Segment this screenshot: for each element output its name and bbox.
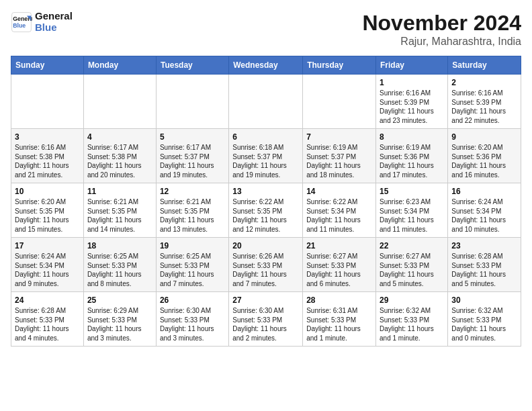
day-number: 6 bbox=[232, 132, 299, 142]
day-info: Sunrise: 6:19 AM Sunset: 5:37 PM Dayligh… bbox=[306, 143, 372, 179]
day-info: Sunrise: 6:20 AM Sunset: 5:35 PM Dayligh… bbox=[15, 197, 80, 234]
day-number: 25 bbox=[87, 295, 152, 305]
day-number: 13 bbox=[232, 187, 299, 196]
day-info: Sunrise: 6:30 AM Sunset: 5:33 PM Dayligh… bbox=[160, 306, 225, 342]
day-number: 12 bbox=[160, 187, 225, 196]
day-cell: 4Sunrise: 6:17 AM Sunset: 5:38 PM Daylig… bbox=[83, 129, 156, 183]
day-number: 18 bbox=[87, 241, 152, 250]
day-cell: 20Sunrise: 6:26 AM Sunset: 5:33 PM Dayli… bbox=[229, 238, 303, 292]
day-cell: 24Sunrise: 6:28 AM Sunset: 5:33 PM Dayli… bbox=[11, 292, 84, 347]
day-info: Sunrise: 6:20 AM Sunset: 5:36 PM Dayligh… bbox=[451, 143, 517, 179]
day-info: Sunrise: 6:16 AM Sunset: 5:38 PM Dayligh… bbox=[15, 143, 80, 179]
day-number: 20 bbox=[232, 241, 299, 250]
day-cell: 2Sunrise: 6:16 AM Sunset: 5:39 PM Daylig… bbox=[448, 75, 521, 129]
day-number: 5 bbox=[160, 132, 225, 142]
day-number: 27 bbox=[232, 295, 299, 305]
week-row-5: 24Sunrise: 6:28 AM Sunset: 5:33 PM Dayli… bbox=[11, 292, 521, 347]
day-cell: 3Sunrise: 6:16 AM Sunset: 5:38 PM Daylig… bbox=[11, 129, 84, 183]
day-number: 22 bbox=[380, 241, 444, 250]
day-cell: 28Sunrise: 6:31 AM Sunset: 5:33 PM Dayli… bbox=[303, 292, 376, 347]
day-cell: 27Sunrise: 6:30 AM Sunset: 5:33 PM Dayli… bbox=[229, 292, 303, 347]
day-info: Sunrise: 6:19 AM Sunset: 5:36 PM Dayligh… bbox=[380, 143, 444, 179]
day-cell: 16Sunrise: 6:24 AM Sunset: 5:34 PM Dayli… bbox=[448, 183, 521, 238]
weekday-header-wednesday: Wednesday bbox=[229, 56, 303, 75]
svg-text:Blue: Blue bbox=[13, 22, 26, 29]
day-cell bbox=[11, 75, 84, 129]
day-cell bbox=[229, 75, 303, 129]
day-number: 21 bbox=[306, 241, 372, 250]
day-number: 26 bbox=[160, 295, 225, 305]
day-cell: 30Sunrise: 6:32 AM Sunset: 5:33 PM Dayli… bbox=[448, 292, 521, 347]
day-number: 23 bbox=[451, 241, 517, 250]
day-info: Sunrise: 6:28 AM Sunset: 5:33 PM Dayligh… bbox=[15, 306, 80, 342]
day-number: 1 bbox=[380, 78, 444, 87]
day-number: 16 bbox=[451, 187, 517, 196]
day-cell: 11Sunrise: 6:21 AM Sunset: 5:35 PM Dayli… bbox=[83, 183, 156, 238]
day-info: Sunrise: 6:32 AM Sunset: 5:33 PM Dayligh… bbox=[380, 306, 444, 342]
day-cell: 17Sunrise: 6:24 AM Sunset: 5:34 PM Dayli… bbox=[11, 238, 84, 292]
week-row-1: 1Sunrise: 6:16 AM Sunset: 5:39 PM Daylig… bbox=[11, 75, 521, 129]
day-cell: 19Sunrise: 6:25 AM Sunset: 5:33 PM Dayli… bbox=[156, 238, 228, 292]
day-cell bbox=[83, 75, 156, 129]
day-cell: 18Sunrise: 6:25 AM Sunset: 5:33 PM Dayli… bbox=[83, 238, 156, 292]
weekday-header-monday: Monday bbox=[83, 56, 156, 75]
weekday-header-saturday: Saturday bbox=[448, 56, 521, 75]
day-cell: 6Sunrise: 6:18 AM Sunset: 5:37 PM Daylig… bbox=[229, 129, 303, 183]
day-cell: 9Sunrise: 6:20 AM Sunset: 5:36 PM Daylig… bbox=[448, 129, 521, 183]
month-title: November 2024 bbox=[362, 11, 521, 36]
day-info: Sunrise: 6:17 AM Sunset: 5:38 PM Dayligh… bbox=[87, 143, 152, 179]
day-number: 10 bbox=[15, 187, 80, 196]
day-number: 3 bbox=[15, 132, 80, 142]
location: Rajur, Maharashtra, India bbox=[362, 36, 521, 48]
day-cell: 21Sunrise: 6:27 AM Sunset: 5:33 PM Dayli… bbox=[303, 238, 376, 292]
day-number: 30 bbox=[451, 295, 517, 305]
day-number: 15 bbox=[380, 187, 444, 196]
day-number: 29 bbox=[380, 295, 444, 305]
day-number: 8 bbox=[380, 132, 444, 142]
day-info: Sunrise: 6:23 AM Sunset: 5:34 PM Dayligh… bbox=[380, 197, 444, 234]
day-cell: 25Sunrise: 6:29 AM Sunset: 5:33 PM Dayli… bbox=[83, 292, 156, 347]
day-cell bbox=[156, 75, 228, 129]
day-info: Sunrise: 6:28 AM Sunset: 5:33 PM Dayligh… bbox=[451, 252, 517, 288]
day-cell: 15Sunrise: 6:23 AM Sunset: 5:34 PM Dayli… bbox=[376, 183, 448, 238]
day-info: Sunrise: 6:25 AM Sunset: 5:33 PM Dayligh… bbox=[160, 252, 225, 288]
day-number: 28 bbox=[306, 295, 372, 305]
day-cell: 8Sunrise: 6:19 AM Sunset: 5:36 PM Daylig… bbox=[376, 129, 448, 183]
day-cell bbox=[303, 75, 376, 129]
day-cell: 14Sunrise: 6:22 AM Sunset: 5:34 PM Dayli… bbox=[303, 183, 376, 238]
day-info: Sunrise: 6:27 AM Sunset: 5:33 PM Dayligh… bbox=[380, 252, 444, 288]
day-info: Sunrise: 6:24 AM Sunset: 5:34 PM Dayligh… bbox=[451, 197, 517, 234]
day-info: Sunrise: 6:24 AM Sunset: 5:34 PM Dayligh… bbox=[15, 252, 80, 288]
day-info: Sunrise: 6:16 AM Sunset: 5:39 PM Dayligh… bbox=[380, 89, 444, 125]
day-cell: 23Sunrise: 6:28 AM Sunset: 5:33 PM Dayli… bbox=[448, 238, 521, 292]
week-row-3: 10Sunrise: 6:20 AM Sunset: 5:35 PM Dayli… bbox=[11, 183, 521, 238]
day-cell: 5Sunrise: 6:17 AM Sunset: 5:37 PM Daylig… bbox=[156, 129, 228, 183]
day-info: Sunrise: 6:31 AM Sunset: 5:33 PM Dayligh… bbox=[306, 306, 372, 342]
day-info: Sunrise: 6:16 AM Sunset: 5:39 PM Dayligh… bbox=[451, 89, 517, 125]
day-cell: 22Sunrise: 6:27 AM Sunset: 5:33 PM Dayli… bbox=[376, 238, 448, 292]
day-info: Sunrise: 6:22 AM Sunset: 5:35 PM Dayligh… bbox=[232, 197, 299, 234]
day-info: Sunrise: 6:26 AM Sunset: 5:33 PM Dayligh… bbox=[232, 252, 299, 288]
day-info: Sunrise: 6:27 AM Sunset: 5:33 PM Dayligh… bbox=[306, 252, 372, 288]
day-cell: 26Sunrise: 6:30 AM Sunset: 5:33 PM Dayli… bbox=[156, 292, 228, 347]
weekday-header-row: SundayMondayTuesdayWednesdayThursdayFrid… bbox=[11, 56, 521, 75]
day-info: Sunrise: 6:25 AM Sunset: 5:33 PM Dayligh… bbox=[87, 252, 152, 288]
day-cell: 7Sunrise: 6:19 AM Sunset: 5:37 PM Daylig… bbox=[303, 129, 376, 183]
day-number: 4 bbox=[87, 132, 152, 142]
weekday-header-thursday: Thursday bbox=[303, 56, 376, 75]
day-info: Sunrise: 6:17 AM Sunset: 5:37 PM Dayligh… bbox=[160, 143, 225, 179]
day-number: 7 bbox=[306, 132, 372, 142]
day-number: 9 bbox=[451, 132, 517, 142]
day-number: 2 bbox=[451, 78, 517, 87]
day-info: Sunrise: 6:32 AM Sunset: 5:33 PM Dayligh… bbox=[451, 306, 517, 342]
day-number: 17 bbox=[15, 241, 80, 250]
weekday-header-friday: Friday bbox=[376, 56, 448, 75]
page-header: General Blue General Blue November 2024 … bbox=[11, 11, 521, 48]
day-info: Sunrise: 6:30 AM Sunset: 5:33 PM Dayligh… bbox=[232, 306, 299, 342]
day-cell: 12Sunrise: 6:21 AM Sunset: 5:35 PM Dayli… bbox=[156, 183, 228, 238]
day-number: 19 bbox=[160, 241, 225, 250]
day-cell: 1Sunrise: 6:16 AM Sunset: 5:39 PM Daylig… bbox=[376, 75, 448, 129]
day-info: Sunrise: 6:29 AM Sunset: 5:33 PM Dayligh… bbox=[87, 306, 152, 342]
day-cell: 29Sunrise: 6:32 AM Sunset: 5:33 PM Dayli… bbox=[376, 292, 448, 347]
title-block: November 2024 Rajur, Maharashtra, India bbox=[362, 11, 521, 48]
